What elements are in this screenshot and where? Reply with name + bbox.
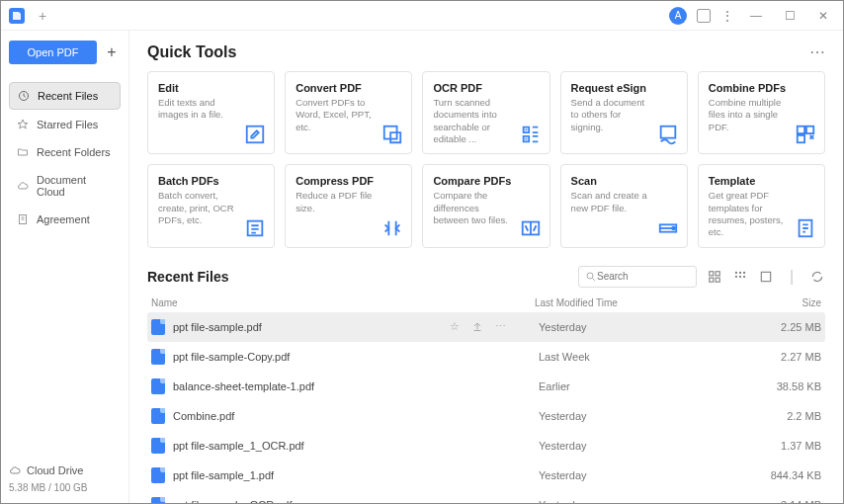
sidebar-item-document-cloud[interactable]: Document Cloud (9, 167, 121, 205)
tool-title: Scan (571, 175, 677, 187)
file-modified: Yesterday (539, 321, 736, 333)
sidebar-item-agreement[interactable]: Agreement (9, 207, 121, 232)
filter-button[interactable] (758, 269, 774, 285)
divider: | (784, 269, 800, 285)
titlebar: + A ⋮ — ☐ ✕ (1, 1, 843, 31)
pdf-file-icon (151, 349, 165, 365)
tool-card-edit[interactable]: EditEdit texts and images in a file. (147, 71, 275, 154)
file-name: Combine.pdf (173, 410, 450, 422)
main-content: Quick Tools ⋯ EditEdit texts and images … (129, 31, 843, 503)
tool-icon (520, 124, 542, 145)
more-icon[interactable]: ⋯ (495, 320, 506, 333)
tool-icon (657, 124, 679, 145)
search-input[interactable] (597, 271, 686, 282)
tool-card-ocr-pdf[interactable]: OCR PDFTurn scanned documents into searc… (422, 71, 549, 154)
pdf-file-icon (151, 408, 165, 424)
column-size[interactable]: Size (732, 297, 821, 308)
svg-rect-17 (716, 278, 719, 282)
recent-files-title: Recent Files (147, 269, 228, 285)
tool-card-batch-pdfs[interactable]: Batch PDFsBatch convert, create, print, … (147, 164, 275, 247)
tool-title: Edit (158, 82, 264, 94)
file-name: ppt file-sample_1.pdf (173, 469, 450, 481)
file-row[interactable]: ppt file-sample_1_OCR.pdfYesterday1.37 M… (147, 431, 825, 461)
file-name: balance-sheet-template-1.pdf (173, 380, 450, 392)
star-icon[interactable]: ☆ (450, 320, 460, 333)
cloud-icon (17, 180, 29, 192)
file-size: 844.34 KB (736, 469, 821, 481)
file-modified: Last Week (539, 351, 736, 363)
svg-rect-15 (716, 272, 719, 276)
column-modified[interactable]: Last Modified Time (535, 297, 732, 308)
minimize-button[interactable]: — (744, 9, 768, 23)
column-name[interactable]: Name (151, 297, 535, 308)
tool-card-combine-pdfs[interactable]: Combine PDFsCombine multiple files into … (698, 71, 825, 154)
svg-point-13 (587, 273, 593, 279)
tool-title: Batch PDFs (158, 175, 264, 187)
tool-title: Template (709, 175, 814, 187)
file-row[interactable]: Combine.pdfYesterday2.2 MB (147, 401, 825, 431)
tool-card-scan[interactable]: ScanScan and create a new PDF file. (560, 164, 688, 247)
tool-desc: Scan and create a new PDF file. (571, 190, 677, 214)
user-avatar[interactable]: A (669, 7, 687, 25)
close-button[interactable]: ✕ (811, 9, 835, 23)
file-row[interactable]: ppt file-sample-Copy.pdfLast Week2.27 MB (147, 342, 825, 372)
refresh-button[interactable] (809, 269, 825, 285)
tool-title: Combine PDFs (709, 82, 814, 94)
tool-icon (244, 217, 266, 239)
pdf-file-icon (151, 319, 165, 335)
file-row[interactable]: ppt file-sample.pdf☆⋯Yesterday2.25 MB (147, 312, 825, 342)
svg-point-11 (672, 226, 675, 229)
pdf-file-icon (151, 438, 165, 454)
app-logo-icon (9, 8, 25, 24)
upload-icon[interactable] (471, 320, 483, 334)
file-size: 38.58 KB (736, 380, 821, 392)
quick-tools-more-button[interactable]: ⋯ (809, 42, 825, 61)
tool-card-compress-pdf[interactable]: Compress PDFReduce a PDF file size. (285, 164, 412, 247)
app-window: + A ⋮ — ☐ ✕ Open PDF + Recent FilesStarr… (0, 0, 844, 504)
tool-card-request-esign[interactable]: Request eSignSend a document to others f… (560, 71, 688, 154)
tool-card-convert-pdf[interactable]: Convert PDFConvert PDFs to Word, Excel, … (285, 71, 412, 154)
list-view-button[interactable] (707, 269, 722, 285)
file-name: ppt file-sample_OCR.pdf (173, 499, 450, 503)
file-size: 3.14 MB (736, 499, 821, 503)
recent-files-list: ppt file-sample.pdf☆⋯Yesterday2.25 MBppt… (147, 312, 825, 503)
menu-dots-icon[interactable]: ⋮ (720, 8, 734, 24)
tool-desc: Edit texts and images in a file. (158, 97, 264, 122)
user-initial: A (675, 10, 682, 21)
row-actions: ☆⋯ (450, 320, 539, 334)
maximize-button[interactable]: ☐ (778, 9, 802, 23)
chat-icon[interactable] (697, 9, 711, 23)
file-modified: Yesterday (539, 440, 736, 452)
svg-point-18 (735, 272, 736, 273)
folder-icon (17, 146, 29, 158)
search-box[interactable] (578, 266, 697, 288)
tool-card-compare-pdfs[interactable]: Compare PDFsCompare the differences betw… (422, 164, 549, 247)
sidebar-item-recent-files[interactable]: Recent Files (9, 82, 121, 110)
sidebar-item-recent-folders[interactable]: Recent Folders (9, 139, 121, 165)
svg-point-20 (744, 272, 745, 273)
file-modified: Yesterday (539, 410, 736, 422)
svg-rect-16 (710, 278, 714, 282)
svg-rect-6 (806, 126, 813, 133)
svg-rect-2 (247, 126, 264, 143)
cloud-drive-link[interactable]: Cloud Drive (9, 464, 121, 476)
file-row[interactable]: ppt file-sample_OCR.pdfYesterday3.14 MB (147, 490, 825, 503)
file-row[interactable]: ppt file-sample_1.pdfYesterday844.34 KB (147, 461, 825, 490)
file-row[interactable]: balance-sheet-template-1.pdfEarlier38.58… (147, 372, 825, 401)
new-tab-button[interactable]: + (35, 8, 50, 24)
sidebar-item-starred-files[interactable]: Starred Files (9, 112, 121, 137)
tools-grid: EditEdit texts and images in a file.Conv… (147, 71, 825, 248)
open-plus-button[interactable]: + (103, 43, 121, 61)
tool-card-template[interactable]: TemplateGet great PDF templates for resu… (698, 164, 825, 247)
tool-title: Compare PDFs (433, 175, 539, 187)
sidebar-item-label: Starred Files (37, 119, 98, 130)
file-size: 2.2 MB (736, 410, 821, 422)
search-icon (585, 271, 597, 283)
svg-point-19 (739, 272, 740, 273)
storage-text: 5.38 MB / 100 GB (9, 482, 121, 493)
grid-view-button[interactable] (732, 269, 748, 285)
sidebar-item-label: Document Cloud (37, 174, 113, 198)
open-pdf-button[interactable]: Open PDF (9, 41, 97, 64)
file-name: ppt file-sample.pdf (173, 321, 450, 333)
cloud-icon (9, 464, 21, 476)
